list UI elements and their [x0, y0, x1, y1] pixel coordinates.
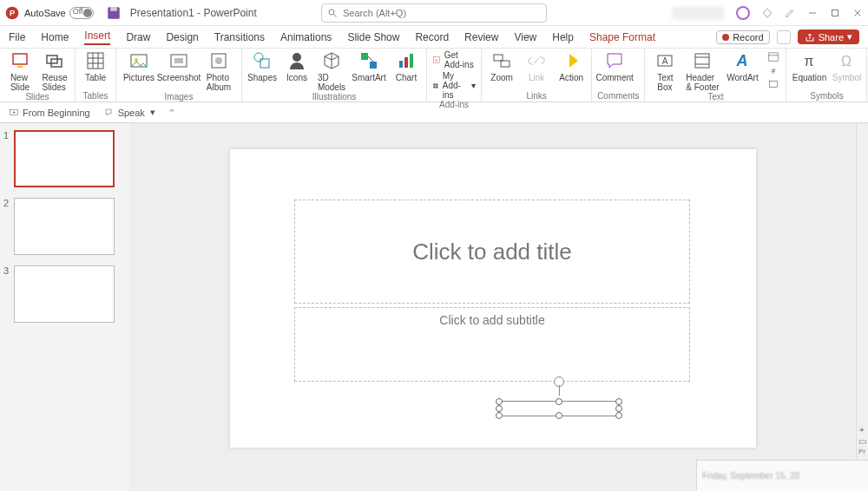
account-name[interactable] — [672, 7, 724, 19]
account-avatar[interactable] — [736, 6, 750, 20]
resize-handle[interactable] — [615, 398, 622, 405]
slide-number-icon[interactable]: # — [766, 64, 780, 76]
save-icon[interactable] — [106, 5, 122, 21]
svg-rect-39 — [433, 86, 435, 88]
svg-line-31 — [368, 56, 373, 62]
icons-button[interactable]: Icons — [282, 50, 312, 82]
slide-thumbnails-panel[interactable]: 1 2 3 — [0, 123, 130, 491]
wordart-button[interactable]: AWordArt — [725, 50, 760, 82]
tab-slideshow[interactable]: Slide Show — [347, 31, 399, 43]
my-addins-button[interactable]: My Add-ins▾ — [432, 71, 476, 100]
thumbnail-row[interactable]: 1 — [3, 130, 127, 187]
svg-rect-40 — [436, 86, 437, 88]
group-addins: +Get Add-ins My Add-ins▾ Add-ins — [427, 49, 482, 101]
action-button[interactable]: Action — [556, 50, 586, 82]
object-icon[interactable] — [766, 78, 780, 90]
tab-home[interactable]: Home — [41, 31, 69, 43]
search-input[interactable]: Search (Alt+Q) — [321, 3, 547, 23]
tab-insert[interactable]: Insert — [84, 29, 110, 45]
tab-animations[interactable]: Animations — [280, 31, 332, 43]
tab-file[interactable]: File — [9, 31, 25, 43]
zoom-button[interactable]: Zoom — [487, 50, 516, 82]
thumbnail-slide-3[interactable] — [14, 265, 115, 323]
header-footer-button[interactable]: Header & Footer — [685, 50, 720, 92]
text-box-button[interactable]: AText Box — [650, 50, 680, 92]
zoom-fit-icon[interactable]: ▭ — [858, 436, 866, 446]
equation-button[interactable]: πEquation — [792, 50, 826, 82]
svg-rect-41 — [494, 55, 503, 61]
zoom-controls[interactable]: + ▭ Pr — [856, 425, 868, 460]
3d-models-button[interactable]: 3D Models — [317, 50, 346, 92]
smartart-button[interactable]: SmartArt — [352, 50, 386, 82]
slide-canvas-area[interactable]: Click to add title Click to add subtitle — [130, 123, 856, 491]
selected-shape[interactable] — [498, 401, 620, 416]
svg-marker-43 — [569, 54, 578, 68]
resize-handle[interactable] — [615, 405, 622, 412]
tab-view[interactable]: View — [514, 31, 536, 43]
thumbnail-row[interactable]: 2 — [3, 198, 127, 255]
thumbnail-slide-1[interactable] — [14, 130, 115, 187]
shape-textbox[interactable] — [498, 401, 620, 416]
date-time-icon[interactable] — [766, 50, 780, 62]
thumbnail-row[interactable]: 3 — [3, 265, 127, 323]
diamond-icon[interactable] — [762, 8, 773, 18]
zoom-in-icon[interactable]: + — [859, 425, 865, 435]
pictures-button[interactable]: Pictures — [122, 50, 156, 82]
get-addins-button[interactable]: +Get Add-ins — [432, 50, 476, 69]
speak-button[interactable]: Speak ▾ — [104, 107, 155, 118]
resize-handle[interactable] — [496, 412, 503, 419]
status-date-pane: Friday, September 15, 20 — [696, 460, 868, 491]
tab-design[interactable]: Design — [166, 31, 198, 43]
group-illustrations: Shapes Icons 3D Models SmartArt Chart Il… — [242, 49, 427, 101]
tab-transitions[interactable]: Transitions — [214, 31, 265, 43]
svg-text:A: A — [662, 56, 668, 66]
record-button[interactable]: Record — [716, 30, 769, 44]
present-mode-icon[interactable] — [777, 30, 791, 44]
autosave-toggle[interactable]: AutoSave Off — [24, 7, 94, 19]
minimize-icon[interactable] — [807, 8, 818, 18]
screenshot-button[interactable]: Screenshot — [161, 50, 196, 82]
group-slides: New Slide Reuse Slides Slides — [0, 49, 76, 101]
svg-point-4 — [329, 10, 334, 15]
new-slide-button[interactable]: New Slide — [5, 50, 35, 92]
svg-rect-53 — [770, 82, 778, 88]
comment-button[interactable]: Comment — [597, 50, 632, 82]
share-button[interactable]: Share ▾ — [798, 29, 859, 44]
from-beginning-button[interactable]: From Beginning — [9, 108, 90, 118]
svg-rect-29 — [361, 53, 368, 60]
tab-record[interactable]: Record — [415, 31, 449, 43]
resize-handle[interactable] — [496, 405, 503, 412]
thumbnail-slide-2[interactable] — [14, 198, 115, 255]
svg-text:Ω: Ω — [842, 54, 852, 69]
reuse-slides-button[interactable]: Reuse Slides — [40, 50, 69, 92]
svg-rect-3 — [110, 7, 117, 11]
table-button[interactable]: Table — [81, 50, 110, 82]
resize-handle[interactable] — [556, 412, 562, 419]
ribbon-tabs: File Home Insert Draw Design Transitions… — [0, 26, 868, 49]
tab-shape-format[interactable]: Shape Format — [589, 31, 655, 43]
toggle-switch[interactable]: Off — [69, 7, 94, 19]
symbol-button[interactable]: ΩSymbol — [832, 50, 861, 82]
ribbon: New Slide Reuse Slides Slides Table Tabl… — [0, 49, 868, 102]
shapes-button[interactable]: Shapes — [247, 50, 277, 82]
link-button[interactable]: Link — [522, 50, 551, 82]
maximize-icon[interactable] — [830, 8, 840, 18]
subtitle-placeholder[interactable]: Click to add subtitle — [294, 307, 690, 382]
chart-button[interactable]: Chart — [391, 50, 421, 82]
close-icon[interactable] — [852, 8, 863, 18]
tab-draw[interactable]: Draw — [126, 31, 150, 43]
slide[interactable]: Click to add title Click to add subtitle — [230, 149, 756, 448]
group-symbols: πEquation ΩSymbol Symbols — [786, 49, 867, 101]
tab-help[interactable]: Help — [552, 31, 574, 43]
resize-handle[interactable] — [556, 398, 562, 405]
svg-point-25 — [215, 57, 222, 64]
tab-review[interactable]: Review — [464, 31, 498, 43]
resize-handle[interactable] — [615, 412, 622, 419]
resize-handle[interactable] — [496, 398, 503, 405]
title-placeholder[interactable]: Click to add title — [294, 200, 690, 304]
pen-icon[interactable] — [785, 8, 795, 18]
photo-album-button[interactable]: Photo Album — [201, 50, 236, 92]
zoom-out-icon[interactable]: Pr — [858, 448, 865, 455]
svg-rect-12 — [17, 66, 23, 68]
overflow-icon[interactable]: ⁼ — [169, 107, 174, 118]
